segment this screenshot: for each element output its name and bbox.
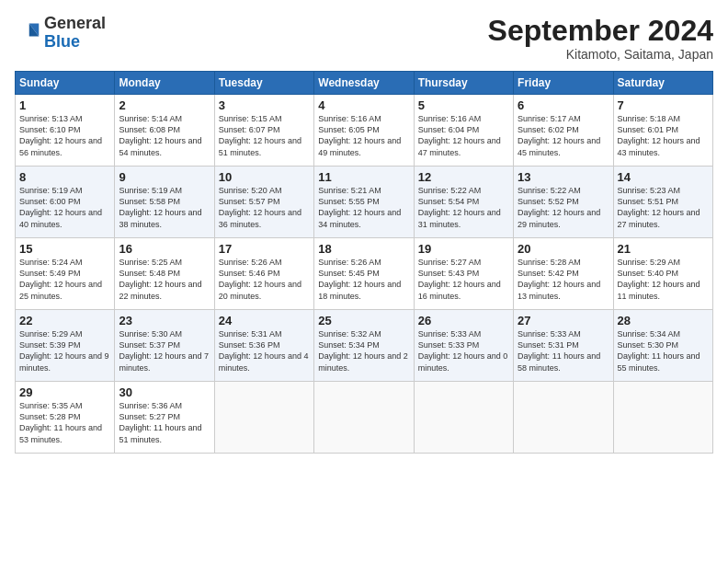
day-number: 16 [119,242,210,256]
calendar-cell: 12Sunrise: 5:22 AMSunset: 5:54 PMDayligh… [414,167,513,238]
calendar-cell: 1Sunrise: 5:13 AMSunset: 6:10 PMDaylight… [16,95,115,167]
day-number: 23 [119,314,210,327]
cell-info: Sunrise: 5:26 AMSunset: 5:45 PMDaylight:… [318,258,401,300]
day-number: 28 [618,314,709,327]
calendar-cell: 2Sunrise: 5:14 AMSunset: 6:08 PMDaylight… [115,95,214,167]
cell-info: Sunrise: 5:20 AMSunset: 5:57 PMDaylight:… [219,186,301,228]
day-number: 22 [19,314,110,327]
calendar-cell: 13Sunrise: 5:22 AMSunset: 5:52 PMDayligh… [514,167,613,238]
calendar-cell: 20Sunrise: 5:28 AMSunset: 5:42 PMDayligh… [514,238,613,310]
calendar-table: SundayMondayTuesdayWednesdayThursdayFrid… [15,71,713,454]
day-number: 10 [219,170,310,184]
cell-info: Sunrise: 5:35 AMSunset: 5:28 PMDaylight:… [19,401,102,443]
day-number: 21 [618,242,709,256]
calendar-cell: 16Sunrise: 5:25 AMSunset: 5:48 PMDayligh… [115,238,214,310]
cell-info: Sunrise: 5:14 AMSunset: 6:08 PMDaylight:… [119,114,201,156]
calendar-cell [314,382,414,454]
day-number: 25 [318,314,409,327]
cell-info: Sunrise: 5:25 AMSunset: 5:48 PMDaylight:… [119,258,201,300]
calendar-cell: 30Sunrise: 5:36 AMSunset: 5:27 PMDayligh… [115,382,214,454]
calendar-row-4: 29Sunrise: 5:35 AMSunset: 5:28 PMDayligh… [16,382,713,454]
calendar-cell: 28Sunrise: 5:34 AMSunset: 5:30 PMDayligh… [613,310,712,382]
calendar-cell [514,382,613,454]
cell-info: Sunrise: 5:19 AMSunset: 6:00 PMDaylight:… [19,186,102,228]
col-header-tuesday: Tuesday [214,72,313,95]
day-number: 9 [119,170,210,184]
calendar-cell: 22Sunrise: 5:29 AMSunset: 5:39 PMDayligh… [16,310,115,382]
col-header-wednesday: Wednesday [314,72,414,95]
calendar-cell: 26Sunrise: 5:33 AMSunset: 5:33 PMDayligh… [414,310,513,382]
cell-info: Sunrise: 5:33 AMSunset: 5:31 PMDaylight:… [518,329,600,372]
cell-info: Sunrise: 5:22 AMSunset: 5:54 PMDaylight:… [418,186,501,228]
cell-info: Sunrise: 5:28 AMSunset: 5:42 PMDaylight:… [518,258,600,300]
day-number: 17 [219,242,310,256]
calendar-cell: 24Sunrise: 5:31 AMSunset: 5:36 PMDayligh… [214,310,313,382]
header: General Blue September 2024 Kitamoto, Sa… [15,15,713,62]
day-number: 11 [318,170,409,184]
calendar-cell: 29Sunrise: 5:35 AMSunset: 5:28 PMDayligh… [16,382,115,454]
calendar-cell: 27Sunrise: 5:33 AMSunset: 5:31 PMDayligh… [514,310,613,382]
col-header-friday: Friday [514,72,613,95]
cell-info: Sunrise: 5:24 AMSunset: 5:49 PMDaylight:… [19,258,102,300]
day-number: 24 [219,314,310,327]
calendar-cell: 17Sunrise: 5:26 AMSunset: 5:46 PMDayligh… [214,238,313,310]
calendar-cell [414,382,513,454]
day-number: 1 [19,98,110,112]
col-header-sunday: Sunday [16,72,115,95]
calendar-cell [613,382,712,454]
calendar-cell [214,382,313,454]
calendar-row-2: 15Sunrise: 5:24 AMSunset: 5:49 PMDayligh… [16,238,713,310]
cell-info: Sunrise: 5:18 AMSunset: 6:01 PMDaylight:… [618,114,700,156]
calendar-cell: 8Sunrise: 5:19 AMSunset: 6:00 PMDaylight… [16,167,115,238]
cell-info: Sunrise: 5:29 AMSunset: 5:40 PMDaylight:… [618,258,700,300]
day-number: 8 [19,170,110,184]
calendar-cell: 10Sunrise: 5:20 AMSunset: 5:57 PMDayligh… [214,167,313,238]
location-subtitle: Kitamoto, Saitama, Japan [488,47,713,62]
calendar-cell: 9Sunrise: 5:19 AMSunset: 5:58 PMDaylight… [115,167,214,238]
day-number: 14 [618,170,709,184]
cell-info: Sunrise: 5:27 AMSunset: 5:43 PMDaylight:… [418,258,501,300]
calendar-row-1: 8Sunrise: 5:19 AMSunset: 6:00 PMDaylight… [16,167,713,238]
page: General Blue September 2024 Kitamoto, Sa… [0,0,728,563]
cell-info: Sunrise: 5:17 AMSunset: 6:02 PMDaylight:… [518,114,600,156]
title-block: September 2024 Kitamoto, Saitama, Japan [488,15,713,62]
day-number: 18 [318,242,409,256]
logo: General Blue [15,15,106,52]
cell-info: Sunrise: 5:29 AMSunset: 5:39 PMDaylight:… [19,329,109,372]
day-number: 6 [518,98,609,112]
col-header-saturday: Saturday [613,72,712,95]
cell-info: Sunrise: 5:33 AMSunset: 5:33 PMDaylight:… [418,329,508,372]
day-number: 19 [418,242,509,256]
day-number: 2 [119,98,210,112]
logo-general: General [44,14,106,32]
day-number: 7 [618,98,709,112]
calendar-cell: 3Sunrise: 5:15 AMSunset: 6:07 PMDaylight… [214,95,313,167]
calendar-cell: 23Sunrise: 5:30 AMSunset: 5:37 PMDayligh… [115,310,214,382]
cell-info: Sunrise: 5:16 AMSunset: 6:04 PMDaylight:… [418,114,501,156]
svg-marker-2 [18,23,29,36]
day-number: 26 [418,314,509,327]
cell-info: Sunrise: 5:36 AMSunset: 5:27 PMDaylight:… [119,401,201,443]
cell-info: Sunrise: 5:34 AMSunset: 5:30 PMDaylight:… [618,329,700,372]
day-number: 20 [518,242,609,256]
cell-info: Sunrise: 5:13 AMSunset: 6:10 PMDaylight:… [19,114,102,156]
cell-info: Sunrise: 5:21 AMSunset: 5:55 PMDaylight:… [318,186,401,228]
day-number: 29 [19,385,110,399]
day-number: 13 [518,170,609,184]
cell-info: Sunrise: 5:30 AMSunset: 5:37 PMDaylight:… [119,329,209,372]
cell-info: Sunrise: 5:16 AMSunset: 6:05 PMDaylight:… [318,114,401,156]
day-number: 30 [119,385,210,399]
logo-blue: Blue [44,32,80,51]
cell-info: Sunrise: 5:32 AMSunset: 5:34 PMDaylight:… [318,329,408,372]
day-number: 15 [19,242,110,256]
calendar-cell: 11Sunrise: 5:21 AMSunset: 5:55 PMDayligh… [314,167,414,238]
calendar-cell: 21Sunrise: 5:29 AMSunset: 5:40 PMDayligh… [613,238,712,310]
calendar-cell: 6Sunrise: 5:17 AMSunset: 6:02 PMDaylight… [514,95,613,167]
header-row: SundayMondayTuesdayWednesdayThursdayFrid… [16,72,713,95]
cell-info: Sunrise: 5:22 AMSunset: 5:52 PMDaylight:… [518,186,600,228]
day-number: 4 [318,98,409,112]
cell-info: Sunrise: 5:19 AMSunset: 5:58 PMDaylight:… [119,186,201,228]
calendar-cell: 15Sunrise: 5:24 AMSunset: 5:49 PMDayligh… [16,238,115,310]
cell-info: Sunrise: 5:31 AMSunset: 5:36 PMDaylight:… [219,329,309,372]
month-title: September 2024 [488,15,713,47]
